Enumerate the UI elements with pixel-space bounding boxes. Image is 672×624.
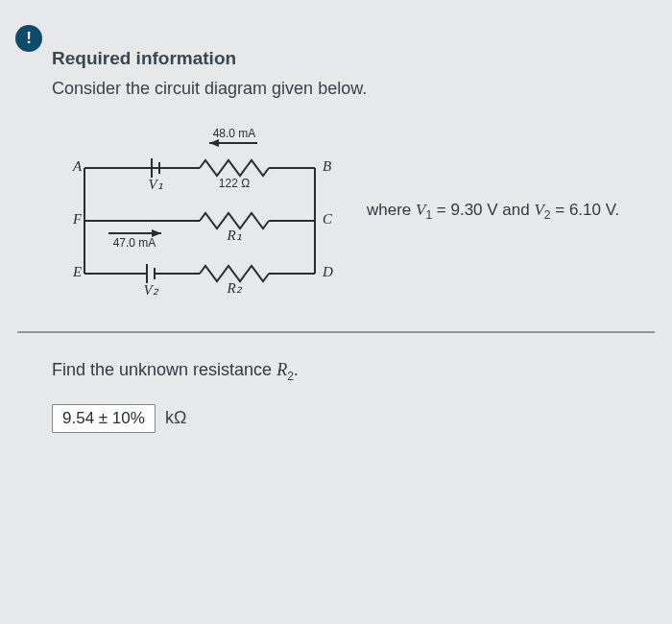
svg-text:48.0 mA: 48.0 mA <box>213 127 256 140</box>
svg-text:V₁: V₁ <box>148 177 162 192</box>
alert-icon: ! <box>15 25 42 52</box>
where-prefix: where <box>367 201 416 219</box>
v2-symbol: V <box>534 201 543 219</box>
svg-text:F: F <box>72 211 83 227</box>
v1-value: = 9.30 V and <box>432 201 534 219</box>
answer-row: 9.54 ± 10% kΩ <box>52 404 655 433</box>
question-text: Find the unknown resistance R2. <box>52 360 655 383</box>
where-text: where V1 = 9.30 V and V2 = 6.10 V. <box>367 201 619 222</box>
v2-value: = 6.10 V. <box>551 201 620 219</box>
circuit-diagram: .wire { stroke:#2b2b2b; stroke-width:2; … <box>56 120 344 302</box>
answer-unit: kΩ <box>165 408 186 428</box>
divider <box>17 331 655 333</box>
svg-text:122 Ω: 122 Ω <box>219 177 250 190</box>
svg-text:C: C <box>323 211 333 227</box>
svg-text:R₁: R₁ <box>226 228 241 243</box>
svg-text:D: D <box>322 264 333 279</box>
question-sub: 2 <box>287 370 294 383</box>
v2-sub: 2 <box>544 208 551 222</box>
svg-text:B: B <box>323 158 331 174</box>
question-prefix: Find the unknown resistance <box>52 360 276 379</box>
question-symbol: R <box>276 360 287 379</box>
svg-text:E: E <box>72 264 82 279</box>
question-suffix: . <box>294 360 299 379</box>
v1-symbol: V <box>416 201 425 219</box>
svg-text:A: A <box>72 158 83 174</box>
svg-text:V₂: V₂ <box>143 282 158 298</box>
svg-marker-5 <box>209 139 219 147</box>
problem-card: Required information Consider the circui… <box>52 48 655 433</box>
section-title: Required information <box>52 48 655 69</box>
diagram-row: .wire { stroke:#2b2b2b; stroke-width:2; … <box>56 120 655 302</box>
svg-text:R₂: R₂ <box>226 280 242 296</box>
svg-text:47.0 mA: 47.0 mA <box>113 236 156 250</box>
intro-text: Consider the circuit diagram given below… <box>52 79 655 99</box>
answer-input[interactable]: 9.54 ± 10% <box>52 404 156 433</box>
